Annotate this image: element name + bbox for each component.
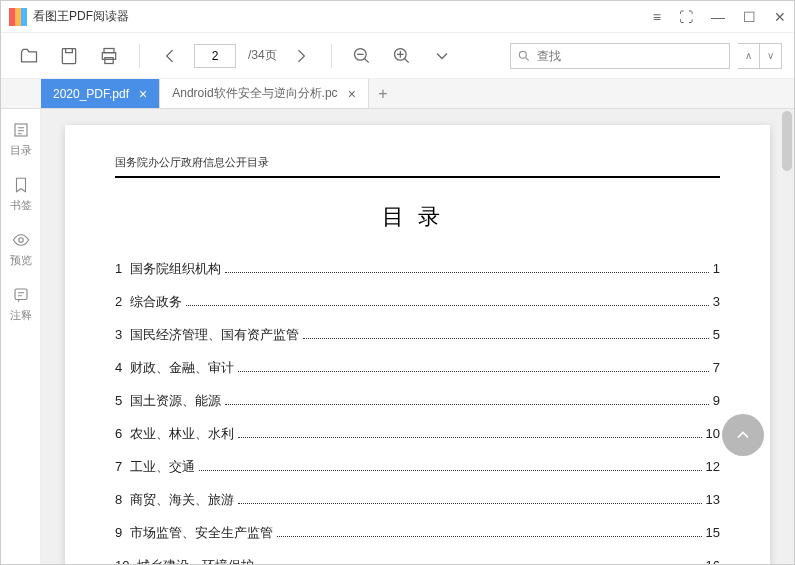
toc-dots: [199, 470, 701, 471]
toc-text: 国民经济管理、国有资产监管: [130, 326, 299, 344]
sidebar-item-label: 预览: [10, 253, 32, 268]
toc-number: 1: [115, 261, 122, 276]
toc-row: 1国务院组织机构1: [115, 260, 720, 278]
save-button[interactable]: [53, 40, 85, 72]
sidebar-item-label: 目录: [10, 143, 32, 158]
toc-text: 工业、交通: [130, 458, 195, 476]
toc-page: 5: [713, 327, 720, 342]
toc-number: 10: [115, 558, 129, 565]
app-logo-icon: [9, 8, 27, 26]
maximize-icon[interactable]: ☐: [743, 9, 756, 25]
toc-page: 9: [713, 393, 720, 408]
toc-number: 4: [115, 360, 122, 375]
tab-label: Android软件安全与逆向分析.pc: [172, 85, 337, 102]
toc-number: 2: [115, 294, 122, 309]
toc-number: 9: [115, 525, 122, 540]
toc-number: 7: [115, 459, 122, 474]
sidebar-item-bookmark[interactable]: 书签: [10, 176, 32, 213]
toc-row: 2综合政务3: [115, 293, 720, 311]
toc-page: 10: [706, 426, 720, 441]
toc-row: 9市场监管、安全生产监管15: [115, 524, 720, 542]
toc-page: 12: [706, 459, 720, 474]
svg-rect-3: [105, 57, 113, 63]
divider: [139, 44, 140, 68]
toc-number: 6: [115, 426, 122, 441]
toc-page: 13: [706, 492, 720, 507]
toc-row: 7工业、交通12: [115, 458, 720, 476]
search-box[interactable]: [510, 43, 730, 69]
toc-dots: [303, 338, 709, 339]
search-next-button[interactable]: ∨: [760, 43, 782, 69]
sidebar-item-label: 书签: [10, 198, 32, 213]
toc-dots: [238, 437, 701, 438]
zoom-dropdown-icon[interactable]: [426, 40, 458, 72]
document-viewer: 国务院办公厅政府信息公开目录 目录 1国务院组织机构12综合政务33国民经济管理…: [41, 109, 794, 565]
sidebar-item-annotation[interactable]: 注释: [10, 286, 32, 323]
toc-dots: [186, 305, 709, 306]
sidebar-item-label: 注释: [10, 308, 32, 323]
toc-page: 7: [713, 360, 720, 375]
toc-row: 8商贸、海关、旅游13: [115, 491, 720, 509]
toc-text: 财政、金融、审计: [130, 359, 234, 377]
close-icon[interactable]: ✕: [774, 9, 786, 25]
sidebar-item-preview[interactable]: 预览: [10, 231, 32, 268]
toc-number: 3: [115, 327, 122, 342]
fullscreen-icon[interactable]: ⛶: [679, 9, 693, 25]
minimize-icon[interactable]: ―: [711, 9, 725, 25]
tab-close-icon[interactable]: ×: [139, 86, 147, 102]
tab-label: 2020_PDF.pdf: [53, 87, 129, 101]
pdf-page: 国务院办公厅政府信息公开目录 目录 1国务院组织机构12综合政务33国民经济管理…: [65, 125, 770, 565]
menu-icon[interactable]: ≡: [653, 9, 661, 25]
zoom-out-button[interactable]: [346, 40, 378, 72]
prev-page-button[interactable]: [154, 40, 186, 72]
toc-text: 农业、林业、水利: [130, 425, 234, 443]
app-title: 看图王PDF阅读器: [33, 8, 653, 25]
next-page-button[interactable]: [285, 40, 317, 72]
titlebar: 看图王PDF阅读器 ≡ ⛶ ― ☐ ✕: [1, 1, 794, 33]
svg-rect-9: [15, 289, 27, 300]
svg-rect-0: [62, 48, 75, 63]
toc-dots: [277, 536, 701, 537]
toc-row: 3国民经济管理、国有资产监管5: [115, 326, 720, 344]
toc-number: 5: [115, 393, 122, 408]
search-prev-button[interactable]: ∧: [738, 43, 760, 69]
toc-dots: [225, 404, 709, 405]
toolbar: /34页 ∧ ∨: [1, 33, 794, 79]
toc-number: 8: [115, 492, 122, 507]
sidebar: 目录 书签 预览 注释: [1, 109, 41, 565]
tabbar: 2020_PDF.pdf × Android软件安全与逆向分析.pc × +: [1, 79, 794, 109]
content-area: 目录 书签 预览 注释 国务院办公厅政府信息公开目录 目录 1国务院组织机构12…: [1, 109, 794, 565]
toc-page: 16: [706, 558, 720, 565]
svg-point-6: [519, 51, 526, 58]
toc-page: 3: [713, 294, 720, 309]
toc-page: 15: [706, 525, 720, 540]
toc-row: 4财政、金融、审计7: [115, 359, 720, 377]
divider: [331, 44, 332, 68]
toc-dots: [238, 371, 709, 372]
toc-text: 国务院组织机构: [130, 260, 221, 278]
page-number-input[interactable]: [194, 44, 236, 68]
tab-inactive[interactable]: Android软件安全与逆向分析.pc ×: [160, 79, 369, 108]
document-title: 目录: [115, 202, 720, 232]
toc-page: 1: [713, 261, 720, 276]
toc-dots: [225, 272, 709, 273]
print-button[interactable]: [93, 40, 125, 72]
vertical-scrollbar[interactable]: [782, 111, 792, 171]
tab-close-icon[interactable]: ×: [348, 86, 356, 102]
tab-active[interactable]: 2020_PDF.pdf ×: [41, 79, 160, 108]
zoom-in-button[interactable]: [386, 40, 418, 72]
toc-row: 6农业、林业、水利10: [115, 425, 720, 443]
scroll-to-top-button[interactable]: [722, 414, 764, 456]
toc-dots: [238, 503, 701, 504]
tab-add-button[interactable]: +: [369, 79, 397, 108]
sidebar-item-toc[interactable]: 目录: [10, 121, 32, 158]
toc-row: 5国土资源、能源9: [115, 392, 720, 410]
toc-text: 商贸、海关、旅游: [130, 491, 234, 509]
search-input[interactable]: [537, 49, 723, 63]
page-total-label: /34页: [248, 47, 277, 64]
toc-text: 综合政务: [130, 293, 182, 311]
open-file-button[interactable]: [13, 40, 45, 72]
toc-text: 国土资源、能源: [130, 392, 221, 410]
toc-row: 10城乡建设、环境保护16: [115, 557, 720, 565]
page-header: 国务院办公厅政府信息公开目录: [115, 155, 720, 178]
